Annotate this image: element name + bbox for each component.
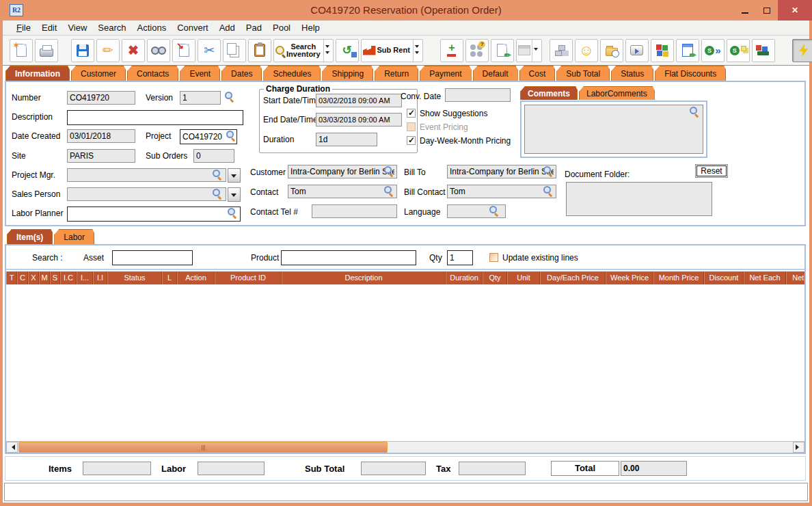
date-created-field[interactable] xyxy=(67,129,135,143)
document-folder-box[interactable] xyxy=(566,182,712,216)
qty-input[interactable] xyxy=(447,250,473,265)
reset-button[interactable]: Reset xyxy=(695,164,728,178)
convert-order-button[interactable]: ↺ xyxy=(336,39,359,62)
smiley-status-button[interactable]: ☺ xyxy=(575,39,598,62)
save-button[interactable] xyxy=(71,39,94,62)
col-action[interactable]: Action xyxy=(177,271,215,284)
scrollbar-thumb[interactable] xyxy=(18,442,388,453)
col-status[interactable]: Status xyxy=(107,271,162,284)
sub-total-field[interactable] xyxy=(361,462,426,475)
total-value-field[interactable] xyxy=(621,461,687,476)
sub-rent-button[interactable]: Sub Rent xyxy=(361,39,423,62)
find-button[interactable] xyxy=(147,39,170,62)
send-status-button[interactable]: S» xyxy=(701,39,725,62)
col-qty[interactable]: Qty xyxy=(483,271,507,284)
end-datetime-field[interactable] xyxy=(316,113,402,126)
labor-total-field[interactable] xyxy=(198,462,265,475)
sub-orders-field[interactable] xyxy=(193,149,234,163)
tab-schedules[interactable]: Schedules xyxy=(263,66,321,81)
product-search-input[interactable] xyxy=(281,250,416,265)
new-document-button[interactable]: ✶ xyxy=(10,39,33,62)
col-t[interactable]: T xyxy=(6,271,17,284)
tab-comments[interactable]: Comments xyxy=(520,86,578,100)
col-idots[interactable]: I... xyxy=(77,271,93,284)
description-field[interactable] xyxy=(67,110,243,125)
col-day-each-price[interactable]: Day/Each Price xyxy=(540,271,606,284)
col-net-each[interactable]: Net Each xyxy=(744,271,786,284)
menu-search[interactable]: Search xyxy=(92,21,131,34)
contact-tel-field[interactable] xyxy=(312,204,397,218)
col-description[interactable]: Description xyxy=(282,271,446,284)
calendar-dropdown[interactable] xyxy=(532,40,540,62)
version-field[interactable] xyxy=(180,91,221,105)
tab-items[interactable]: Item(s) xyxy=(7,229,53,244)
total-button[interactable]: Total xyxy=(551,461,619,476)
pool-query-button[interactable] xyxy=(465,39,489,62)
labor-planner-field[interactable] xyxy=(67,207,241,222)
inventory-blocks-button[interactable] xyxy=(651,39,674,62)
tab-dates[interactable]: Dates xyxy=(221,66,262,81)
add-remove-lines-button[interactable]: + xyxy=(440,39,463,62)
bill-contact-field[interactable] xyxy=(447,185,556,198)
col-discount[interactable]: Discount xyxy=(704,271,744,284)
folder-history-button[interactable] xyxy=(600,39,623,62)
minimize-button[interactable] xyxy=(734,0,756,21)
site-field[interactable] xyxy=(67,149,135,163)
number-field[interactable] xyxy=(67,91,135,105)
customer-lookup-icon[interactable] xyxy=(384,166,395,177)
col-ii[interactable]: I.I xyxy=(93,271,107,284)
tab-default[interactable]: Default xyxy=(473,66,518,81)
copy-to-new-order-button[interactable]: ↘ xyxy=(172,39,195,62)
contact-lookup-icon[interactable] xyxy=(384,186,395,197)
print-button[interactable] xyxy=(35,39,58,62)
bill-to-field[interactable] xyxy=(447,165,556,178)
tab-information[interactable]: Information xyxy=(5,66,70,81)
comments-lookup-icon[interactable] xyxy=(690,107,701,118)
comments-textarea[interactable] xyxy=(524,105,703,154)
scroll-right-button[interactable] xyxy=(793,442,804,453)
col-s[interactable]: S xyxy=(50,271,60,284)
tab-payment[interactable]: Payment xyxy=(420,66,471,81)
sales-person-lookup-icon[interactable] xyxy=(213,189,224,200)
paste-button[interactable] xyxy=(248,39,271,62)
copy-button[interactable] xyxy=(223,39,246,62)
duration-field[interactable] xyxy=(316,133,377,146)
col-duration[interactable]: Duration xyxy=(446,271,483,284)
project-lookup-icon[interactable] xyxy=(226,131,237,142)
col-c[interactable]: C xyxy=(17,271,28,284)
menu-pad[interactable]: Pad xyxy=(241,21,267,34)
calendar-button[interactable] xyxy=(516,39,542,62)
status-notes-button[interactable]: S xyxy=(727,39,750,62)
search-inventory-button[interactable]: SearchInventory xyxy=(273,39,334,62)
col-week-price[interactable]: Week Price xyxy=(606,271,653,284)
col-l[interactable]: L xyxy=(162,271,177,284)
close-button[interactable]: ✕ xyxy=(778,0,812,21)
col-product-id[interactable]: Product ID xyxy=(215,271,282,284)
bill-to-lookup-icon[interactable] xyxy=(543,166,554,177)
tab-cost[interactable]: Cost xyxy=(519,66,556,81)
quick-action-button[interactable] xyxy=(792,39,812,62)
menu-add[interactable]: Add xyxy=(214,21,241,34)
shortcut-key-button[interactable] xyxy=(625,39,649,62)
tab-labor-comments[interactable]: LaborComments xyxy=(579,86,655,100)
start-datetime-field[interactable] xyxy=(316,94,402,107)
notes-button[interactable]: ✏ xyxy=(491,39,514,62)
tab-customer[interactable]: Customer xyxy=(71,66,126,81)
items-total-field[interactable] xyxy=(83,462,151,475)
delete-button[interactable]: ✖ xyxy=(122,39,145,62)
col-month-price[interactable]: Month Price xyxy=(653,271,704,284)
menu-edit[interactable]: Edit xyxy=(36,21,62,34)
tab-return[interactable]: Return xyxy=(375,66,418,81)
conv-date-field[interactable] xyxy=(445,88,511,102)
tab-sub-total[interactable]: Sub Total xyxy=(556,66,610,81)
version-lookup-icon[interactable] xyxy=(225,92,236,103)
menu-pool[interactable]: Pool xyxy=(267,21,296,34)
show-suggestions-checkbox[interactable] xyxy=(407,109,416,118)
language-lookup-icon[interactable] xyxy=(489,206,500,217)
cut-button[interactable]: ✂ xyxy=(198,39,221,62)
project-mgr-dropdown[interactable] xyxy=(228,168,241,183)
items-grid-body[interactable] xyxy=(6,284,804,441)
scroll-left-button[interactable] xyxy=(6,442,18,453)
contact-field[interactable] xyxy=(288,185,397,198)
col-net-disc[interactable]: Net Disc xyxy=(786,271,804,284)
